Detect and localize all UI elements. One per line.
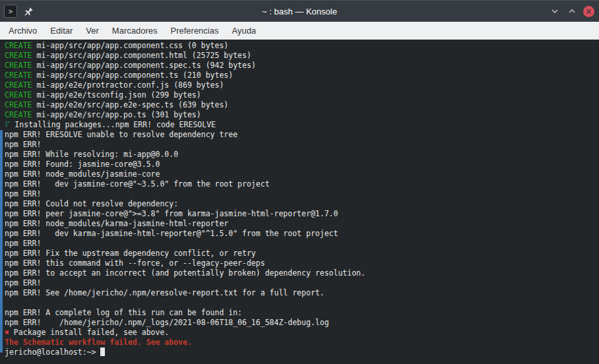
menubar: ArchivoEditarVerMarcadoresPreferenciasAy… (0, 22, 599, 40)
terminal-line (5, 298, 599, 308)
close-button[interactable] (583, 6, 594, 17)
titlebar[interactable]: > ~ : bash — Konsole (0, 0, 599, 22)
menu-item-ver[interactable]: Ver (79, 23, 106, 38)
terminal-line: npm ERR! (5, 239, 599, 249)
terminal-line: CREATE mi-app/e2e/src/app.po.ts (301 byt… (5, 110, 599, 120)
terminal-line: jericho@localhost:~> (5, 348, 599, 357)
konsole-icon[interactable]: > (4, 5, 17, 18)
terminal-line: CREATE mi-app/src/app/app.component.html… (5, 51, 599, 61)
close-icon (585, 8, 592, 15)
terminal-line: CREATE mi-app/e2e/tsconfig.json (299 byt… (5, 90, 599, 100)
terminal-line: npm ERR! (5, 140, 599, 150)
pin-icon[interactable] (24, 7, 34, 16)
window-title: ~ : bash — Konsole (262, 7, 337, 16)
minimize-button[interactable] (549, 5, 561, 17)
window-controls (549, 5, 599, 17)
menu-item-ayuda[interactable]: Ayuda (225, 23, 263, 38)
menu-item-preferencias[interactable]: Preferencias (164, 23, 225, 38)
konsole-window: > ~ : bash — Konsole (0, 0, 599, 364)
menu-item-archivo[interactable]: Archivo (2, 23, 44, 38)
terminal-line: CREATE mi-app/e2e/protractor.conf.js (86… (5, 80, 599, 90)
terminal-line: npm ERR! See /home/jericho/.npm/eresolve… (5, 288, 599, 298)
menu-item-editar[interactable]: Editar (44, 23, 79, 38)
terminal-line: ⠏ Installing packages...npm ERR! code ER… (5, 120, 599, 130)
terminal-line: npm ERR! dev jasmine-core@"~3.5.0" from … (5, 179, 599, 189)
terminal-line: npm ERR! node_modules/karma-jasmine-html… (5, 219, 599, 229)
terminal-line: npm ERR! dev karma-jasmine-html-reporter… (5, 229, 599, 239)
terminal-line: npm ERR! node_modules/jasmine-core (5, 169, 599, 179)
terminal-line: CREATE mi-app/src/app/app.component.css … (5, 41, 599, 51)
terminal-line: CREATE mi-app/src/app/app.component.ts (… (5, 71, 599, 80)
terminal-line: npm ERR! (5, 189, 599, 199)
chevron-down-icon (550, 7, 559, 16)
scrollbar[interactable] (0, 130, 3, 353)
terminal-cursor (100, 348, 105, 356)
terminal-screen[interactable]: CREATE mi-app/src/app/app.component.css … (0, 40, 599, 364)
terminal-line: npm ERR! A complete log of this run can … (5, 308, 599, 318)
terminal-line: npm ERR! to accept an incorrect (and pot… (5, 268, 599, 278)
terminal-line: npm ERR! this command with --force, or -… (5, 258, 599, 268)
terminal-line: npm ERR! (5, 278, 599, 288)
terminal-line: npm ERR! /home/jericho/.npm/_logs/2021-0… (5, 318, 599, 328)
menu-item-marcadores[interactable]: Marcadores (106, 23, 164, 38)
chevron-up-icon (567, 7, 577, 16)
maximize-button[interactable] (566, 5, 578, 17)
terminal-line: The Schematic workflow failed. See above… (5, 338, 599, 348)
terminal-line: npm ERR! Could not resolve dependency: (5, 199, 599, 209)
terminal-line: npm ERR! While resolving: mi-app@0.0.0 (5, 150, 599, 160)
terminal-line: npm ERR! ERESOLVE unable to resolve depe… (5, 130, 599, 140)
terminal-line: CREATE mi-app/src/app/app.component.spec… (5, 61, 599, 71)
terminal-line: npm ERR! Found: jasmine-core@3.5.0 (5, 160, 599, 169)
terminal-line: ✖ Package install failed, see above. (5, 328, 599, 338)
terminal-line: npm ERR! peer jasmine-core@">=3.8" from … (5, 209, 599, 219)
terminal-line: CREATE mi-app/e2e/src/app.e2e-spec.ts (6… (5, 100, 599, 110)
terminal-line: npm ERR! Fix the upstream dependency con… (5, 249, 599, 258)
